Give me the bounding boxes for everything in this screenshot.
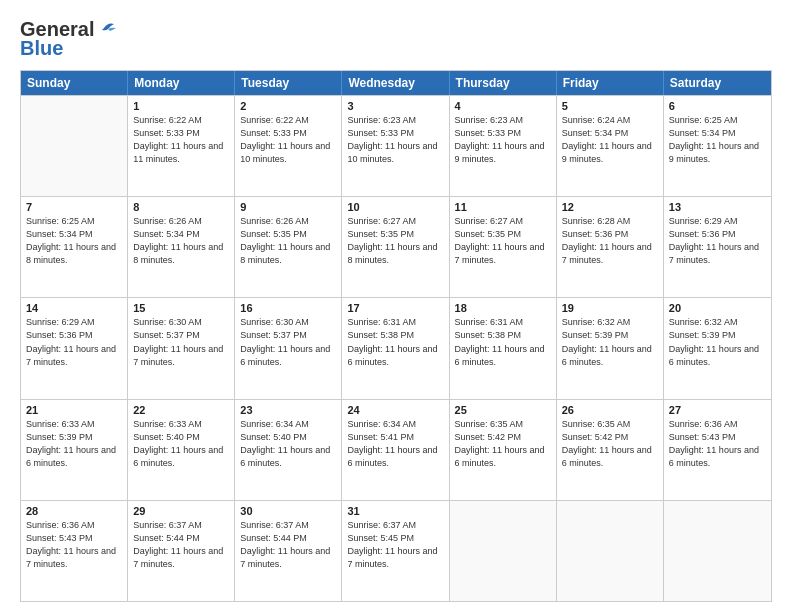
cell-info: Sunrise: 6:32 AMSunset: 5:39 PMDaylight:… [669, 316, 766, 368]
calendar-cell: 19Sunrise: 6:32 AMSunset: 5:39 PMDayligh… [557, 298, 664, 398]
cell-info: Sunrise: 6:26 AMSunset: 5:34 PMDaylight:… [133, 215, 229, 267]
calendar-cell: 14Sunrise: 6:29 AMSunset: 5:36 PMDayligh… [21, 298, 128, 398]
cell-day-number: 22 [133, 404, 229, 416]
cell-info: Sunrise: 6:30 AMSunset: 5:37 PMDaylight:… [240, 316, 336, 368]
cell-day-number: 8 [133, 201, 229, 213]
cell-info: Sunrise: 6:35 AMSunset: 5:42 PMDaylight:… [562, 418, 658, 470]
cell-day-number: 12 [562, 201, 658, 213]
cell-info: Sunrise: 6:37 AMSunset: 5:45 PMDaylight:… [347, 519, 443, 571]
cell-info: Sunrise: 6:34 AMSunset: 5:40 PMDaylight:… [240, 418, 336, 470]
cell-info: Sunrise: 6:23 AMSunset: 5:33 PMDaylight:… [347, 114, 443, 166]
calendar-cell: 26Sunrise: 6:35 AMSunset: 5:42 PMDayligh… [557, 400, 664, 500]
cell-day-number: 28 [26, 505, 122, 517]
cell-info: Sunrise: 6:32 AMSunset: 5:39 PMDaylight:… [562, 316, 658, 368]
cell-info: Sunrise: 6:34 AMSunset: 5:41 PMDaylight:… [347, 418, 443, 470]
cell-info: Sunrise: 6:24 AMSunset: 5:34 PMDaylight:… [562, 114, 658, 166]
calendar-cell: 8Sunrise: 6:26 AMSunset: 5:34 PMDaylight… [128, 197, 235, 297]
calendar-cell: 16Sunrise: 6:30 AMSunset: 5:37 PMDayligh… [235, 298, 342, 398]
calendar-cell: 1Sunrise: 6:22 AMSunset: 5:33 PMDaylight… [128, 96, 235, 196]
cell-day-number: 24 [347, 404, 443, 416]
cell-info: Sunrise: 6:25 AMSunset: 5:34 PMDaylight:… [669, 114, 766, 166]
cell-day-number: 9 [240, 201, 336, 213]
cell-day-number: 5 [562, 100, 658, 112]
page: General Blue SundayMondayTuesdayWednesda… [0, 0, 792, 612]
cell-day-number: 27 [669, 404, 766, 416]
calendar-cell: 10Sunrise: 6:27 AMSunset: 5:35 PMDayligh… [342, 197, 449, 297]
calendar-cell: 7Sunrise: 6:25 AMSunset: 5:34 PMDaylight… [21, 197, 128, 297]
cell-day-number: 2 [240, 100, 336, 112]
cell-day-number: 21 [26, 404, 122, 416]
cell-day-number: 29 [133, 505, 229, 517]
calendar-cell [21, 96, 128, 196]
cell-day-number: 3 [347, 100, 443, 112]
calendar-cell: 29Sunrise: 6:37 AMSunset: 5:44 PMDayligh… [128, 501, 235, 601]
cell-day-number: 19 [562, 302, 658, 314]
header-day-thursday: Thursday [450, 71, 557, 95]
calendar-cell: 18Sunrise: 6:31 AMSunset: 5:38 PMDayligh… [450, 298, 557, 398]
cell-info: Sunrise: 6:27 AMSunset: 5:35 PMDaylight:… [347, 215, 443, 267]
header-day-wednesday: Wednesday [342, 71, 449, 95]
cell-day-number: 4 [455, 100, 551, 112]
calendar-cell: 30Sunrise: 6:37 AMSunset: 5:44 PMDayligh… [235, 501, 342, 601]
cell-info: Sunrise: 6:27 AMSunset: 5:35 PMDaylight:… [455, 215, 551, 267]
cell-info: Sunrise: 6:33 AMSunset: 5:39 PMDaylight:… [26, 418, 122, 470]
cell-day-number: 26 [562, 404, 658, 416]
logo-blue-text: Blue [20, 37, 63, 60]
calendar-cell: 23Sunrise: 6:34 AMSunset: 5:40 PMDayligh… [235, 400, 342, 500]
calendar-week-4: 21Sunrise: 6:33 AMSunset: 5:39 PMDayligh… [21, 399, 771, 500]
cell-day-number: 6 [669, 100, 766, 112]
cell-info: Sunrise: 6:29 AMSunset: 5:36 PMDaylight:… [26, 316, 122, 368]
header-day-monday: Monday [128, 71, 235, 95]
calendar-cell: 28Sunrise: 6:36 AMSunset: 5:43 PMDayligh… [21, 501, 128, 601]
cell-info: Sunrise: 6:28 AMSunset: 5:36 PMDaylight:… [562, 215, 658, 267]
calendar-cell: 27Sunrise: 6:36 AMSunset: 5:43 PMDayligh… [664, 400, 771, 500]
calendar-cell: 2Sunrise: 6:22 AMSunset: 5:33 PMDaylight… [235, 96, 342, 196]
cell-day-number: 7 [26, 201, 122, 213]
calendar-cell: 5Sunrise: 6:24 AMSunset: 5:34 PMDaylight… [557, 96, 664, 196]
logo: General Blue [20, 18, 118, 60]
cell-day-number: 13 [669, 201, 766, 213]
cell-day-number: 1 [133, 100, 229, 112]
logo-bird-icon [96, 20, 118, 36]
calendar-cell [664, 501, 771, 601]
cell-info: Sunrise: 6:35 AMSunset: 5:42 PMDaylight:… [455, 418, 551, 470]
calendar-cell [450, 501, 557, 601]
cell-info: Sunrise: 6:31 AMSunset: 5:38 PMDaylight:… [347, 316, 443, 368]
cell-info: Sunrise: 6:23 AMSunset: 5:33 PMDaylight:… [455, 114, 551, 166]
cell-info: Sunrise: 6:22 AMSunset: 5:33 PMDaylight:… [133, 114, 229, 166]
cell-day-number: 23 [240, 404, 336, 416]
calendar-cell: 17Sunrise: 6:31 AMSunset: 5:38 PMDayligh… [342, 298, 449, 398]
calendar: SundayMondayTuesdayWednesdayThursdayFrid… [20, 70, 772, 602]
header-day-tuesday: Tuesday [235, 71, 342, 95]
cell-info: Sunrise: 6:29 AMSunset: 5:36 PMDaylight:… [669, 215, 766, 267]
cell-info: Sunrise: 6:36 AMSunset: 5:43 PMDaylight:… [26, 519, 122, 571]
calendar-cell [557, 501, 664, 601]
calendar-header: SundayMondayTuesdayWednesdayThursdayFrid… [21, 71, 771, 95]
calendar-body: 1Sunrise: 6:22 AMSunset: 5:33 PMDaylight… [21, 95, 771, 601]
calendar-cell: 3Sunrise: 6:23 AMSunset: 5:33 PMDaylight… [342, 96, 449, 196]
cell-day-number: 15 [133, 302, 229, 314]
header-day-friday: Friday [557, 71, 664, 95]
header-day-sunday: Sunday [21, 71, 128, 95]
calendar-cell: 4Sunrise: 6:23 AMSunset: 5:33 PMDaylight… [450, 96, 557, 196]
calendar-week-2: 7Sunrise: 6:25 AMSunset: 5:34 PMDaylight… [21, 196, 771, 297]
calendar-cell: 20Sunrise: 6:32 AMSunset: 5:39 PMDayligh… [664, 298, 771, 398]
cell-day-number: 30 [240, 505, 336, 517]
calendar-cell: 15Sunrise: 6:30 AMSunset: 5:37 PMDayligh… [128, 298, 235, 398]
calendar-cell: 9Sunrise: 6:26 AMSunset: 5:35 PMDaylight… [235, 197, 342, 297]
calendar-week-1: 1Sunrise: 6:22 AMSunset: 5:33 PMDaylight… [21, 95, 771, 196]
header-day-saturday: Saturday [664, 71, 771, 95]
cell-day-number: 17 [347, 302, 443, 314]
cell-info: Sunrise: 6:37 AMSunset: 5:44 PMDaylight:… [133, 519, 229, 571]
cell-info: Sunrise: 6:37 AMSunset: 5:44 PMDaylight:… [240, 519, 336, 571]
cell-info: Sunrise: 6:26 AMSunset: 5:35 PMDaylight:… [240, 215, 336, 267]
cell-info: Sunrise: 6:22 AMSunset: 5:33 PMDaylight:… [240, 114, 336, 166]
calendar-cell: 24Sunrise: 6:34 AMSunset: 5:41 PMDayligh… [342, 400, 449, 500]
calendar-cell: 31Sunrise: 6:37 AMSunset: 5:45 PMDayligh… [342, 501, 449, 601]
calendar-week-3: 14Sunrise: 6:29 AMSunset: 5:36 PMDayligh… [21, 297, 771, 398]
header: General Blue [20, 18, 772, 60]
calendar-cell: 12Sunrise: 6:28 AMSunset: 5:36 PMDayligh… [557, 197, 664, 297]
cell-day-number: 18 [455, 302, 551, 314]
cell-info: Sunrise: 6:30 AMSunset: 5:37 PMDaylight:… [133, 316, 229, 368]
calendar-cell: 22Sunrise: 6:33 AMSunset: 5:40 PMDayligh… [128, 400, 235, 500]
